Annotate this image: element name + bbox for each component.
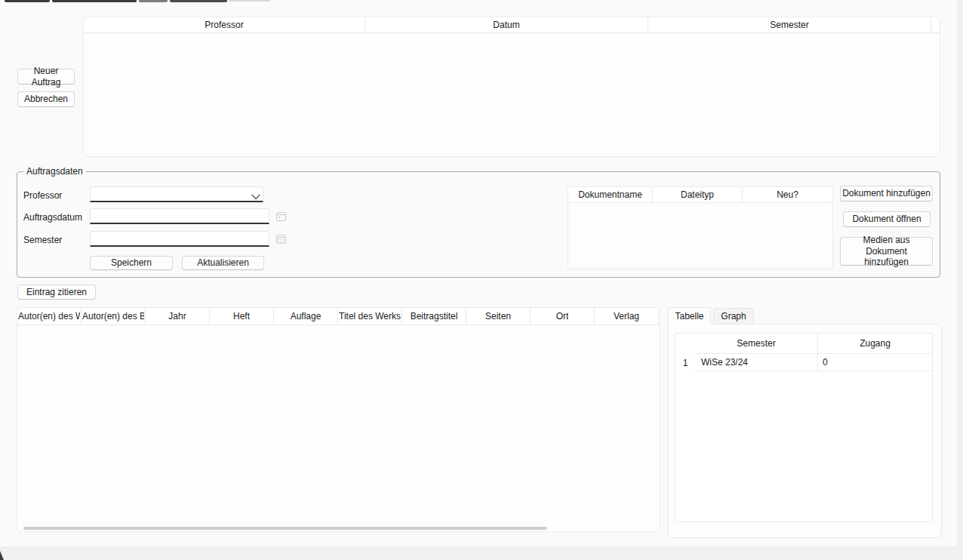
row-number: 1	[675, 354, 695, 371]
top-edge-artifact	[170, 0, 227, 2]
orders-header-filler	[931, 17, 940, 32]
stats-col-zugang[interactable]: Zugang	[818, 334, 932, 354]
documents-table: Dokumentname Dateityp Neu?	[568, 186, 833, 269]
stats-table-header: Semester Zugang	[675, 334, 932, 354]
citations-table-body[interactable]	[17, 325, 660, 531]
stats-table: Semester Zugang 1 WiSe 23/24 0	[675, 333, 933, 522]
order-date-label: Auftragsdatum	[23, 212, 82, 223]
professor-label: Professor	[23, 190, 62, 201]
citations-col-publisher[interactable]: Verlag	[595, 308, 659, 325]
tab-tabelle[interactable]: Tabelle	[668, 307, 711, 325]
row-number-gutter	[675, 334, 695, 354]
semester-cell: WiSe 23/24	[695, 354, 818, 371]
orders-col-semester[interactable]: Semester	[648, 17, 931, 32]
horizontal-scrollbar-thumb[interactable]	[23, 527, 547, 530]
semester-label: Semester	[23, 235, 62, 245]
top-edge-artifact	[52, 0, 137, 2]
zugang-cell: 0	[818, 354, 932, 371]
citations-col-contribution-title[interactable]: Beitragstitel	[402, 308, 466, 325]
citations-col-author-contribution[interactable]: Autor(en) des Beitrags	[82, 308, 146, 325]
orders-table-header: Professor Datum Semester	[84, 17, 940, 33]
calendar-month-icon[interactable]	[276, 234, 286, 244]
app-window: Professor Datum Semester Neuer Auftrag A…	[0, 0, 963, 560]
stats-table-row[interactable]: 1 WiSe 23/24 0	[675, 354, 932, 371]
documents-col-new[interactable]: Neu?	[743, 187, 832, 202]
order-form-group: Auftragsdaten Professor Auftragsdatum Se…	[17, 171, 940, 278]
citations-header-filler	[659, 308, 660, 325]
documents-table-body[interactable]	[568, 203, 832, 269]
new-order-button[interactable]: Neuer Auftrag	[17, 69, 75, 85]
refresh-button[interactable]: Aktualisieren	[182, 256, 264, 270]
citations-col-year[interactable]: Jahr	[146, 308, 210, 325]
add-media-from-document-button[interactable]: Medien aus Dokument hinzufügen	[840, 237, 933, 266]
citations-col-pages[interactable]: Seiten	[466, 308, 531, 325]
stats-col-semester[interactable]: Semester	[695, 334, 818, 354]
cancel-button[interactable]: Abbrechen	[17, 91, 75, 107]
open-document-button[interactable]: Dokument öffnen	[843, 211, 931, 227]
orders-col-datum[interactable]: Datum	[365, 17, 648, 32]
documents-table-header: Dokumentname Dateityp Neu?	[568, 187, 832, 203]
stats-panel: Semester Zugang 1 WiSe 23/24 0	[668, 324, 942, 538]
citations-col-issue[interactable]: Heft	[210, 308, 274, 325]
cite-entry-button[interactable]: Eintrag zitieren	[17, 285, 96, 300]
top-edge-artifact	[5, 0, 50, 2]
documents-col-name[interactable]: Dokumentname	[568, 187, 653, 202]
citations-col-place[interactable]: Ort	[531, 308, 595, 325]
citations-col-edition[interactable]: Auflage	[274, 308, 338, 325]
orders-table-body[interactable]	[84, 33, 940, 157]
right-frame-strip	[957, 0, 963, 560]
semester-input[interactable]	[90, 231, 269, 247]
top-edge-artifact	[139, 0, 168, 2]
citations-table-header: Autor(en) des Werks Autor(en) des Beitra…	[17, 308, 660, 325]
save-button[interactable]: Speichern	[90, 256, 173, 270]
top-edge-artifact	[229, 0, 270, 2]
tab-graph[interactable]: Graph	[713, 308, 754, 324]
citations-col-work-title[interactable]: Titel des Werks	[338, 308, 402, 325]
orders-table: Professor Datum Semester	[83, 17, 940, 157]
calendar-day-icon[interactable]	[276, 211, 286, 221]
documents-col-filetype[interactable]: Dateityp	[653, 187, 743, 202]
bottom-frame-strip	[0, 546, 963, 560]
citations-col-author-work[interactable]: Autor(en) des Werks	[17, 308, 82, 325]
citations-table: Autor(en) des Werks Autor(en) des Beitra…	[17, 307, 660, 532]
order-date-input[interactable]	[90, 208, 269, 224]
chevron-down-icon	[251, 192, 260, 198]
add-document-button[interactable]: Dokument hinzufügen	[840, 186, 933, 202]
order-form-legend: Auftragsdaten	[23, 166, 86, 177]
orders-col-professor[interactable]: Professor	[84, 17, 365, 32]
professor-combobox[interactable]	[90, 186, 263, 202]
